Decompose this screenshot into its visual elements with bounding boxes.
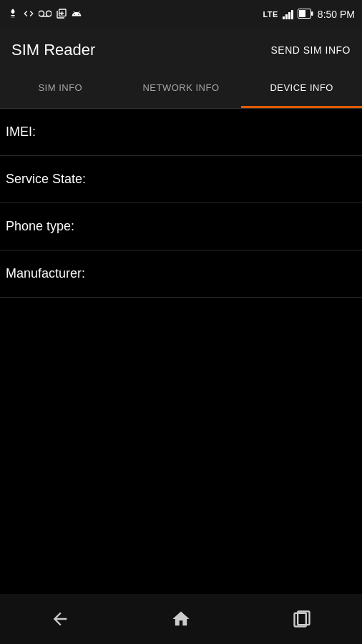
- home-button[interactable]: [160, 601, 202, 637]
- status-bar: LTE 8:50 PM: [0, 0, 362, 29]
- signal-strength-icon: [283, 9, 293, 19]
- voicemail-icon: [39, 9, 52, 20]
- code-icon: [23, 8, 34, 21]
- app-bar: SIM Reader SEND SIM INFO: [0, 29, 362, 72]
- android-icon: [72, 8, 82, 21]
- svg-rect-5: [311, 11, 313, 16]
- status-right-icons: LTE 8:50 PM: [263, 9, 355, 21]
- clock: 8:50 PM: [318, 9, 355, 20]
- service-state-row: Service State:: [0, 156, 362, 203]
- imei-row: IMEI:: [0, 109, 362, 156]
- battery-icon: [298, 9, 313, 21]
- tab-bar: SIM INFO NETWORK INFO DEVICE INFO: [0, 72, 362, 109]
- tab-device-info[interactable]: DEVICE INFO: [241, 72, 362, 108]
- app-title: SIM Reader: [11, 41, 95, 59]
- device-info-content: IMEI: Service State: Phone type: Manufac…: [0, 109, 362, 298]
- status-left-icons: [7, 8, 82, 21]
- tab-network-info[interactable]: NETWORK INFO: [121, 72, 242, 108]
- phone-type-row: Phone type:: [0, 203, 362, 250]
- back-button[interactable]: [39, 601, 82, 637]
- manufacturer-row: Manufacturer:: [0, 250, 362, 298]
- svg-point-0: [39, 11, 44, 16]
- recents-button[interactable]: [280, 601, 323, 637]
- svg-point-1: [47, 11, 52, 16]
- tab-sim-info[interactable]: SIM INFO: [0, 72, 121, 108]
- send-sim-info-button[interactable]: SEND SIM INFO: [270, 44, 351, 56]
- lte-badge: LTE: [263, 10, 278, 19]
- screenshot-icon: [56, 8, 67, 21]
- bottom-nav: [0, 594, 362, 644]
- phone-type-label: Phone type:: [6, 219, 74, 234]
- manufacturer-label: Manufacturer:: [6, 266, 85, 281]
- svg-rect-4: [299, 10, 305, 17]
- usb-icon: [7, 8, 19, 21]
- imei-label: IMEI:: [6, 125, 36, 140]
- service-state-label: Service State:: [6, 172, 86, 187]
